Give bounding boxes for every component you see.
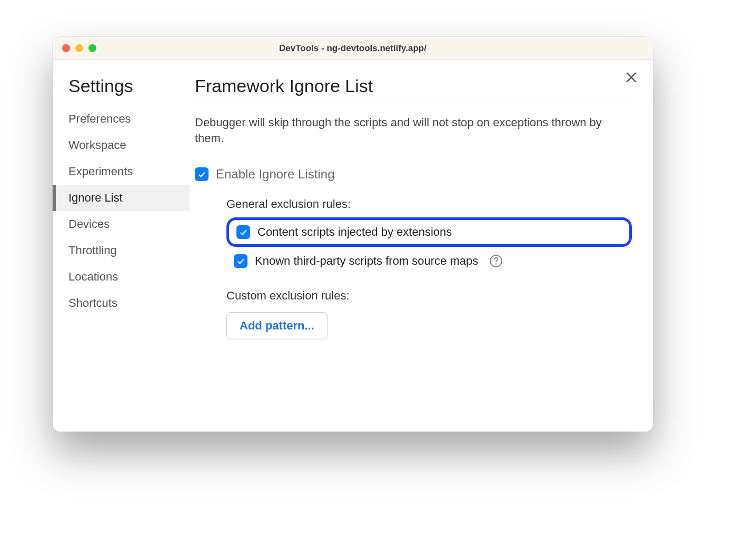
sidebar-item-locations[interactable]: Locations <box>53 264 190 290</box>
content-scripts-row[interactable]: Content scripts injected by extensions <box>236 225 452 239</box>
general-rules-group: Content scripts injected by extensions K… <box>226 217 632 268</box>
window-title: DevTools - ng-devtools.netlify.app/ <box>53 43 653 54</box>
add-pattern-label: Add pattern... <box>240 319 314 332</box>
settings-body: Settings Preferences Workspace Experimen… <box>53 60 653 432</box>
devtools-settings-window: DevTools - ng-devtools.netlify.app/ Sett… <box>53 37 653 432</box>
general-rules-label: General exclusion rules: <box>226 197 632 211</box>
sidebar-item-label: Devices <box>68 217 110 231</box>
titlebar: DevTools - ng-devtools.netlify.app/ <box>53 37 653 60</box>
settings-content: Framework Ignore List Debugger will skip… <box>190 60 653 432</box>
sidebar-item-ignore-list[interactable]: Ignore List <box>53 185 190 211</box>
sidebar-title: Settings <box>53 76 190 106</box>
enable-ignore-listing-checkbox[interactable] <box>195 167 209 181</box>
enable-ignore-listing-label: Enable Ignore Listing <box>216 167 335 182</box>
page-title: Framework Ignore List <box>195 76 632 104</box>
close-window-button[interactable] <box>62 44 70 52</box>
sidebar-item-label: Workspace <box>68 138 126 152</box>
sidebar-item-label: Throttling <box>68 244 117 257</box>
traffic-lights <box>62 44 96 52</box>
add-pattern-button[interactable]: Add pattern... <box>226 312 328 339</box>
third-party-scripts-label: Known third-party scripts from source ma… <box>255 254 478 268</box>
sidebar-item-workspace[interactable]: Workspace <box>53 132 190 158</box>
sidebar-item-label: Experiments <box>68 165 133 178</box>
enable-ignore-listing-row[interactable]: Enable Ignore Listing <box>195 167 632 182</box>
sidebar-item-shortcuts[interactable]: Shortcuts <box>53 290 190 316</box>
sidebar-item-label: Shortcuts <box>68 296 117 309</box>
custom-rules-label: Custom exclusion rules: <box>226 289 632 303</box>
content-scripts-label: Content scripts injected by extensions <box>257 225 452 239</box>
maximize-window-button[interactable] <box>88 44 96 52</box>
sidebar-item-devices[interactable]: Devices <box>53 211 190 237</box>
third-party-scripts-row[interactable]: Known third-party scripts from source ma… <box>226 254 632 268</box>
sidebar-item-label: Locations <box>68 270 118 283</box>
close-icon[interactable] <box>624 71 638 84</box>
sidebar-item-label: Preferences <box>68 112 131 125</box>
sidebar-item-preferences[interactable]: Preferences <box>53 106 190 132</box>
page-description: Debugger will skip through the scripts a… <box>195 115 632 146</box>
help-icon[interactable]: ? <box>490 255 502 267</box>
settings-sidebar: Settings Preferences Workspace Experimen… <box>53 60 190 432</box>
sidebar-item-throttling[interactable]: Throttling <box>53 237 190 264</box>
third-party-scripts-checkbox[interactable] <box>234 254 247 268</box>
sidebar-item-experiments[interactable]: Experiments <box>53 158 190 185</box>
minimize-window-button[interactable] <box>75 44 83 52</box>
sidebar-item-label: Ignore List <box>68 191 123 204</box>
content-scripts-checkbox[interactable] <box>236 225 250 239</box>
highlighted-rule: Content scripts injected by extensions <box>226 217 632 247</box>
